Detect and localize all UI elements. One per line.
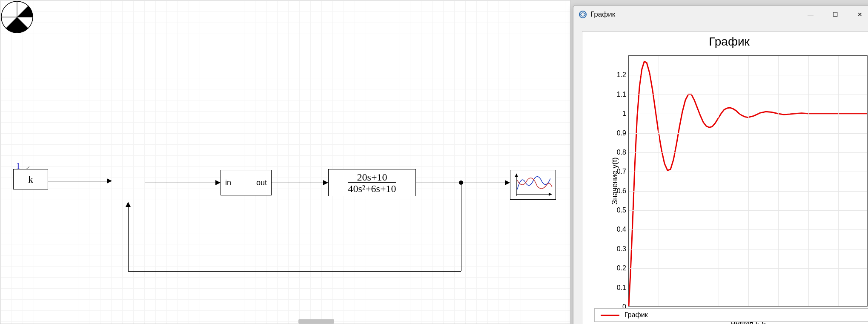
wire <box>128 207 129 272</box>
y-tick-label: 0.7 <box>617 168 629 175</box>
arrow-icon <box>107 178 112 184</box>
plot-window[interactable]: График — ☐ ✕ График Значение y(t) Время … <box>573 5 868 324</box>
y-tick-label: 1.2 <box>617 71 629 79</box>
tf-denominator: 40s²+6s+10 <box>348 182 396 194</box>
y-tick-label: 0.6 <box>617 187 629 195</box>
y-tick-label: 1.1 <box>617 91 629 98</box>
y-tick-label: 0.4 <box>617 226 629 233</box>
horizontal-scroll-thumb[interactable] <box>298 319 334 324</box>
gridline <box>629 75 867 75</box>
gridline <box>629 152 867 153</box>
wire <box>48 181 108 181</box>
wire <box>128 271 461 272</box>
model-canvas[interactable]: 1 k in out 20s+10 40s²+6s+10 <box>0 0 570 324</box>
gridline <box>629 191 867 192</box>
y-tick-label: 0.5 <box>617 206 629 214</box>
gridline <box>629 229 867 230</box>
scope-icon <box>510 170 556 199</box>
y-tick-label: 0.2 <box>617 264 629 272</box>
inport-label: in <box>225 178 231 187</box>
wire <box>145 183 216 183</box>
svg-rect-4 <box>511 170 556 199</box>
gridline <box>629 172 867 172</box>
gridline <box>629 95 867 95</box>
scope-block[interactable] <box>510 170 556 200</box>
wire <box>461 183 461 271</box>
close-button[interactable]: ✕ <box>848 6 868 23</box>
tf-numerator: 20s+10 <box>357 172 387 182</box>
gridline <box>629 114 867 114</box>
constant-block[interactable]: k <box>13 169 48 189</box>
wire <box>272 183 324 183</box>
gridline <box>629 288 867 288</box>
y-tick-label: 0.3 <box>617 245 629 253</box>
maximize-icon: ☐ <box>833 11 838 18</box>
arrow-icon <box>126 202 131 207</box>
y-tick-label: 1 <box>622 110 629 118</box>
subsystem-block[interactable]: in out <box>221 170 272 195</box>
y-tick-label: 0.1 <box>617 284 629 292</box>
gridline <box>629 268 867 269</box>
gridline <box>629 210 867 211</box>
chart-title: График <box>582 35 868 49</box>
app-icon <box>579 10 587 19</box>
arrow-icon <box>505 180 510 185</box>
gridline <box>629 133 867 134</box>
y-axis-label: Значение y(t) <box>610 158 619 205</box>
window-title: График <box>590 10 798 19</box>
close-icon: ✕ <box>857 11 862 18</box>
minimize-icon: — <box>808 11 814 18</box>
transfer-function-block[interactable]: 20s+10 40s²+6s+10 <box>328 169 416 196</box>
minimize-button[interactable]: — <box>798 6 823 23</box>
arrow-icon <box>323 180 328 185</box>
sum-icon <box>0 0 34 34</box>
y-tick-label: 0.8 <box>617 149 629 156</box>
chart-axes[interactable]: Значение y(t) Время t, с 051015202530354… <box>628 55 868 307</box>
legend: График <box>594 308 868 322</box>
legend-label: График <box>625 311 648 319</box>
constant-label: k <box>28 174 33 185</box>
gridline <box>629 249 867 249</box>
arrow-icon <box>215 180 221 185</box>
window-titlebar[interactable]: График — ☐ ✕ <box>573 6 868 23</box>
plot-figure: График Значение y(t) Время t, с 05101520… <box>582 31 868 324</box>
legend-swatch <box>601 315 619 316</box>
y-tick-label: 0.9 <box>617 129 629 137</box>
sum-block[interactable] <box>0 0 34 34</box>
maximize-button[interactable]: ☐ <box>823 6 848 23</box>
outport-label: out <box>256 178 267 187</box>
